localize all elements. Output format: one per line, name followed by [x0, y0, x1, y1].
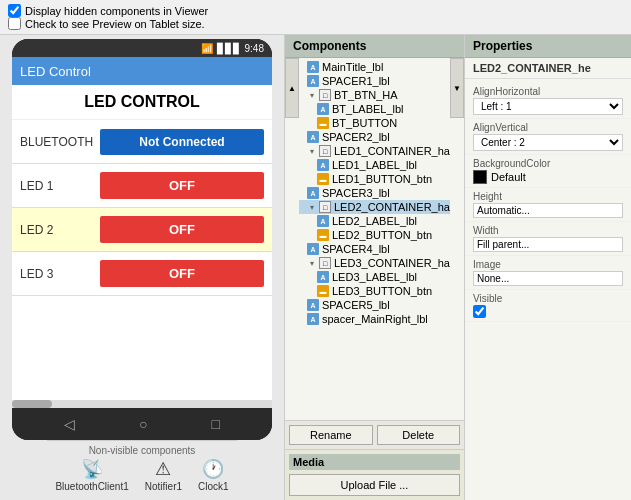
width-input[interactable]	[473, 237, 623, 252]
led1-off-button[interactable]: OFF	[100, 172, 264, 199]
tree-item-led2-container[interactable]: ▾ □ LED2_CONTAINER_ha	[299, 200, 450, 214]
tree-item-bt-label[interactable]: A BT_LABEL_lbl	[299, 102, 450, 116]
expand-led2-icon: ▾	[307, 202, 317, 212]
led3-off-button[interactable]: OFF	[100, 260, 264, 287]
led2-off-button[interactable]: OFF	[100, 216, 264, 243]
recents-nav-icon[interactable]: □	[212, 416, 220, 432]
prop-image-name: Image	[473, 259, 623, 270]
tree-item-bt-label-label: BT_LABEL_lbl	[332, 103, 404, 115]
home-nav-icon[interactable]: ○	[139, 416, 147, 432]
clock-icon: 🕐	[202, 458, 224, 480]
media-header: Media	[289, 454, 460, 470]
tree-item-spacer5[interactable]: A SPACER5_lbl	[299, 298, 450, 312]
label-icon: A	[307, 243, 319, 255]
clock-item[interactable]: 🕐 Clock1	[198, 458, 229, 492]
display-hidden-checkbox-label[interactable]: Display hidden components in Viewer	[8, 4, 623, 17]
tree-item-spacer-main[interactable]: A spacer_MainRight_lbl	[299, 312, 450, 326]
notifier-label: Notifier1	[145, 481, 182, 492]
tree-item-led2-button-label: LED2_BUTTON_btn	[332, 229, 432, 241]
tree-item-maintitle[interactable]: A MainTitle_lbl	[299, 60, 450, 74]
tree-item-spacer5-label: SPACER5_lbl	[322, 299, 390, 311]
prop-image-value	[473, 271, 623, 286]
signal-icon: ▊▊▊	[217, 43, 241, 54]
tree-item-maintitle-label: MainTitle_lbl	[322, 61, 383, 73]
prop-width-name: Width	[473, 225, 623, 236]
prop-align-horizontal-value: Left : 1 Center : 2 Right : 3	[473, 98, 623, 115]
prop-width: Width	[465, 222, 631, 256]
led3-row: LED 3 OFF	[12, 252, 272, 296]
horizontal-scrollbar[interactable]	[12, 400, 272, 408]
media-section: Media Upload File ...	[285, 449, 464, 500]
visible-checkbox[interactable]	[473, 305, 486, 318]
tree-item-bt-button[interactable]: ▬ BT_BUTTON	[299, 116, 450, 130]
prop-align-vertical-value: Top : 1 Center : 2 Bottom : 3	[473, 134, 623, 151]
wifi-icon: 📶	[201, 43, 213, 54]
bluetooth-label: BLUETOOTH	[20, 135, 100, 149]
prop-height: Height	[465, 188, 631, 222]
tree-item-spacer4[interactable]: A SPACER4_lbl	[299, 242, 450, 256]
non-visible-title: Non-visible components	[55, 445, 228, 456]
components-panel-header: Components	[285, 35, 464, 58]
bg-color-swatch[interactable]	[473, 170, 487, 184]
prop-height-name: Height	[473, 191, 623, 202]
prop-bg-color-name: BackgroundColor	[473, 158, 623, 169]
tree-item-led3-label[interactable]: A LED3_LABEL_lbl	[299, 270, 450, 284]
container-icon: □	[319, 201, 331, 213]
tree-item-bt-btn-ha-label: BT_BTN_HA	[334, 89, 398, 101]
bluetooth-client-item[interactable]: 📡 BluetoothClient1	[55, 458, 128, 492]
tree-item-led1-label[interactable]: A LED1_LABEL_lbl	[299, 158, 450, 172]
scroll-down-arrow[interactable]: ▼	[450, 58, 464, 118]
tablet-preview-label: Check to see Preview on Tablet size.	[25, 18, 205, 30]
prop-height-value	[473, 203, 623, 218]
tree-item-led3-button[interactable]: ▬ LED3_BUTTON_btn	[299, 284, 450, 298]
time-display: 9:48	[245, 43, 264, 54]
components-tree[interactable]: A MainTitle_lbl A SPACER1_lbl ▾ □ BT_BTN…	[299, 58, 450, 420]
upload-file-button[interactable]: Upload File ...	[289, 474, 460, 496]
tree-item-bt-button-label: BT_BUTTON	[332, 117, 397, 129]
not-connected-button[interactable]: Not Connected	[100, 129, 264, 155]
prop-bg-color: BackgroundColor Default	[465, 155, 631, 188]
delete-button[interactable]: Delete	[377, 425, 461, 445]
button-icon: ▬	[317, 229, 329, 241]
properties-panel: Properties LED2_CONTAINER_he AlignHorizo…	[465, 35, 631, 500]
phone-frame: 📶 ▊▊▊ 9:48 LED Control LED CONTROL BLUET…	[12, 39, 272, 440]
tablet-preview-checkbox-label[interactable]: Check to see Preview on Tablet size.	[8, 17, 623, 30]
prop-visible: Visible	[465, 290, 631, 322]
tree-item-spacer3-label: SPACER3_lbl	[322, 187, 390, 199]
height-input[interactable]	[473, 203, 623, 218]
tablet-preview-checkbox[interactable]	[8, 17, 21, 30]
align-vertical-select[interactable]: Top : 1 Center : 2 Bottom : 3	[473, 134, 623, 151]
back-nav-icon[interactable]: ◁	[64, 416, 75, 432]
tree-item-led2-button[interactable]: ▬ LED2_BUTTON_btn	[299, 228, 450, 242]
expand-bt-btn-icon: ▾	[307, 90, 317, 100]
expand-led3-icon: ▾	[307, 258, 317, 268]
tree-item-led2-label-label: LED2_LABEL_lbl	[332, 215, 417, 227]
tree-item-led3-container[interactable]: ▾ □ LED3_CONTAINER_ha	[299, 256, 450, 270]
display-hidden-checkbox[interactable]	[8, 4, 21, 17]
label-icon: A	[307, 299, 319, 311]
tree-item-spacer3[interactable]: A SPACER3_lbl	[299, 186, 450, 200]
tree-item-led1-button[interactable]: ▬ LED1_BUTTON_btn	[299, 172, 450, 186]
tree-item-spacer1[interactable]: A SPACER1_lbl	[299, 74, 450, 88]
tree-item-bt-btn-ha[interactable]: ▾ □ BT_BTN_HA	[299, 88, 450, 102]
prop-align-vertical: AlignVertical Top : 1 Center : 2 Bottom …	[465, 119, 631, 155]
properties-list: AlignHorizontal Left : 1 Center : 2 Righ…	[465, 79, 631, 500]
tree-item-led1-container-label: LED1_CONTAINER_ha	[334, 145, 450, 157]
container-icon: □	[319, 145, 331, 157]
components-scroll-area: ▲ A MainTitle_lbl A SPACER1_lbl ▾ □ BT_B…	[285, 58, 464, 420]
scroll-up-arrow[interactable]: ▲	[285, 58, 299, 118]
image-input[interactable]	[473, 271, 623, 286]
label-icon: A	[307, 187, 319, 199]
button-icon: ▬	[317, 173, 329, 185]
label-icon: A	[317, 271, 329, 283]
tree-item-spacer2-label: SPACER2_lbl	[322, 131, 390, 143]
tree-item-led3-container-label: LED3_CONTAINER_ha	[334, 257, 450, 269]
tree-item-spacer2[interactable]: A SPACER2_lbl	[299, 130, 450, 144]
tree-item-led2-label[interactable]: A LED2_LABEL_lbl	[299, 214, 450, 228]
align-horizontal-select[interactable]: Left : 1 Center : 2 Right : 3	[473, 98, 623, 115]
notifier-item[interactable]: ⚠ Notifier1	[145, 458, 182, 492]
rename-button[interactable]: Rename	[289, 425, 373, 445]
label-icon: A	[317, 215, 329, 227]
tree-item-led1-container[interactable]: ▾ □ LED1_CONTAINER_ha	[299, 144, 450, 158]
tree-item-led3-label-label: LED3_LABEL_lbl	[332, 271, 417, 283]
